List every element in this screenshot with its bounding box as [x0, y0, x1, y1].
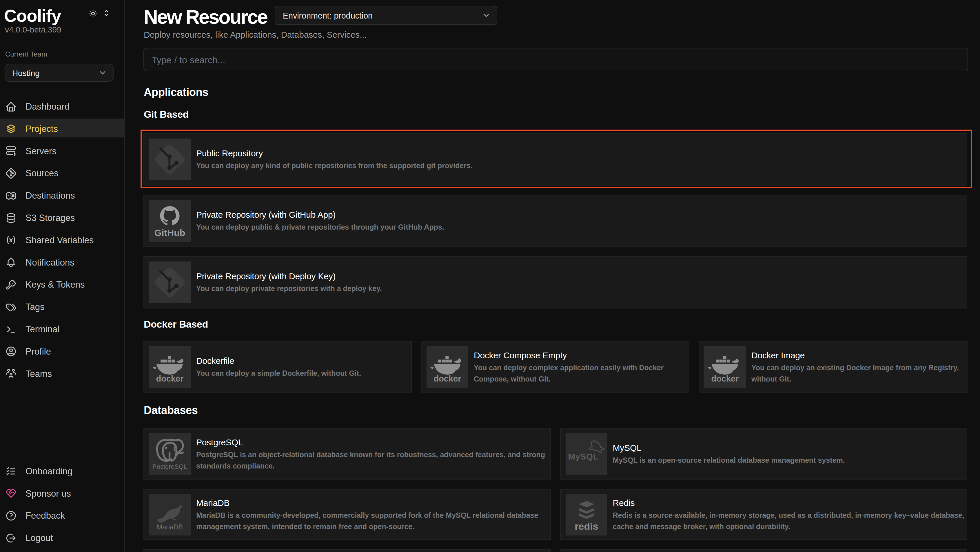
svg-text:GitHub: GitHub — [154, 228, 185, 238]
svg-text:redis: redis — [574, 521, 598, 532]
svg-text:MariaDB: MariaDB — [157, 523, 183, 531]
svg-text:MySQL: MySQL — [568, 452, 598, 461]
svg-text:docker: docker — [433, 374, 461, 383]
svg-text:docker: docker — [711, 374, 739, 383]
svg-text:docker: docker — [156, 374, 183, 383]
svg-text:PostgreSQL: PostgreSQL — [153, 463, 187, 470]
